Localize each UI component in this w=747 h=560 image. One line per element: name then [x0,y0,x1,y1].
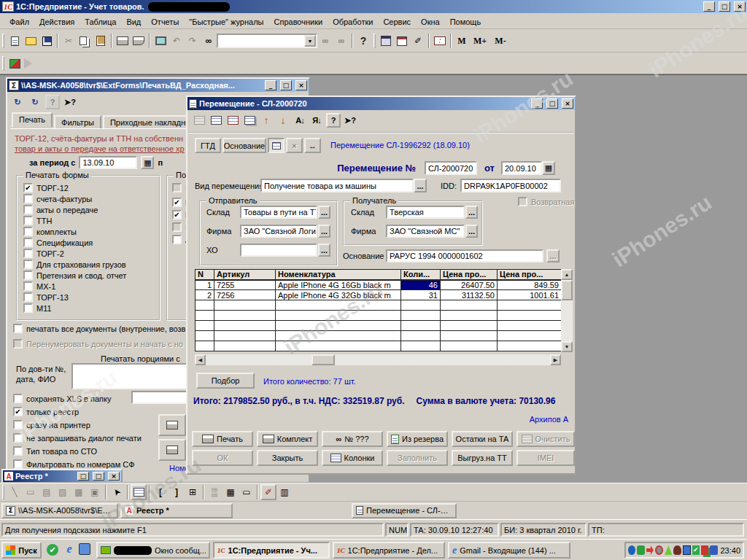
checkbox-mx1[interactable] [23,281,33,291]
toolbar-grip-3[interactable] [2,56,4,71]
toolbar-grip-2[interactable] [374,34,376,48]
upload-tt-button[interactable]: Выгруз.на ТТ [452,450,513,466]
duplicate-row-icon[interactable] [242,113,257,128]
tray-icon-2[interactable] [637,545,644,555]
number-search-button[interactable]: ∞№ ??? [322,431,383,447]
checkbox-torg13[interactable] [23,292,33,302]
tray-icon-10[interactable] [710,545,717,555]
receiver-sklad-select-button[interactable]: ... [465,206,478,219]
checkbox-specification[interactable] [23,238,33,247]
tray-icon-4[interactable] [655,545,663,555]
checkbox-all-docs[interactable] [13,324,23,333]
sort-desc-icon[interactable]: Я↓ [309,113,324,128]
ok-button[interactable]: ОК [192,450,253,466]
new-row-icon[interactable] [192,113,206,128]
menu-actions[interactable]: Действия [34,16,80,28]
sender-firma-field[interactable]: ЗАО "Связной Логи [240,225,317,238]
rectangle-tool-icon[interactable]: ▭ [23,484,39,500]
cursor-tool-icon[interactable]: ➤ [106,481,128,504]
checkbox-mezhfirm[interactable]: ✔ [172,198,182,207]
window-tab-reestr[interactable]: A Реестр * [120,503,233,518]
columns-button[interactable]: Колонки [322,450,383,466]
close-doc-button[interactable]: Закрыть [257,450,318,466]
menu-windows[interactable]: Окна [416,16,445,28]
tray-icon-9[interactable] [701,545,708,555]
window-tab-transfer[interactable]: Перемещение - СЛ-2000720 [352,503,457,518]
col-qty[interactable]: Коли... [401,270,441,280]
fit-width-button[interactable]: ↔ [304,138,321,153]
from-reserve-button[interactable]: Из резерва [387,431,448,447]
cell-price1[interactable]: 26407.50 [441,280,498,290]
no-draw-icon[interactable]: ✐ [260,484,276,500]
ruler-icon[interactable]: ▭ [239,484,255,500]
col-price1[interactable]: Цена про... [441,270,498,280]
print-button-small-2[interactable] [158,439,186,461]
tray-icon-6[interactable] [673,545,681,555]
osn-select-button[interactable]: ... [546,249,560,262]
start-button[interactable]: Пуск [1,542,42,559]
find-next-icon[interactable]: ∞ [317,33,333,49]
scroll-right-icon[interactable]: ▶ [550,354,561,365]
receiver-firma-field[interactable]: ЗАО "Связной МС" [386,225,465,238]
open-bracket-icon[interactable]: [ [152,484,169,500]
undo-icon[interactable]: ↶ [169,33,185,49]
book-icon[interactable] [432,33,448,49]
author-link[interactable]: Архипов А [465,415,568,424]
calendar-icon[interactable] [394,33,410,49]
checkbox-peremesh[interactable]: ✔ [172,210,182,219]
period-from-field[interactable]: 13.09.10 [79,156,137,169]
reread-icon[interactable]: ↻ [28,95,42,109]
help-icon[interactable]: ? [355,33,371,49]
transfer-describe-icon[interactable]: ? [326,113,341,128]
close-button[interactable]: × [734,1,746,12]
cell-nomenclature[interactable]: Apple IPhone 4G 16Gb black m [276,280,401,290]
open-icon[interactable] [23,33,39,49]
refresh-icon[interactable]: ↻ [10,95,25,109]
scroll-left-icon[interactable]: ◀ [195,354,206,365]
quicklaunch-antivirus-icon[interactable]: ✔ [47,544,58,556]
cell-qty[interactable]: 31 [401,290,441,300]
combobox-dropdown-icon[interactable]: ▼ [304,35,316,47]
merge-cells-icon[interactable]: ⊞ [185,484,201,500]
checkbox-direct-print[interactable] [13,420,23,429]
kind-field[interactable]: Получение товара из машины [260,179,414,192]
reestr-restore-button[interactable]: □ [77,472,89,481]
memory-plus-button[interactable]: M+ [470,33,490,49]
receiver-firma-select-button[interactable]: ... [465,225,478,238]
sender-firma-select-button[interactable]: ... [318,225,330,238]
close-bracket-icon[interactable]: ] [169,484,185,500]
doc-number-field[interactable]: СЛ-2000720 [425,161,477,175]
tab-print[interactable]: Печать [12,112,53,127]
save-icon[interactable] [39,33,55,49]
sender-sklad-select-button[interactable]: ... [318,206,330,219]
print-button[interactable]: Печать [192,431,253,447]
reestr-close-button[interactable]: × [108,472,120,481]
transfer-close-button[interactable]: × [562,98,573,109]
table-hscrollbar[interactable]: ◀ ▶ [195,354,561,365]
kind-select-button[interactable]: ... [414,179,427,192]
redo-icon[interactable]: ↷ [185,33,201,49]
menu-reports[interactable]: Отчеты [146,16,184,28]
checkbox-invoices[interactable] [23,194,33,203]
table-row[interactable]: 2 7256 Apple IPhone 4G 32Gb black m 31 3… [196,290,562,300]
col-price2[interactable]: Цена про... [498,270,562,280]
task-message-window[interactable]: Окно сообщ... [96,542,210,559]
col-nomenclature[interactable]: Номенклатура [276,270,401,280]
task-gmail[interactable]: e Gmail - Входящие (144) ... [448,542,570,559]
cell-price2[interactable]: 1001.61 [498,290,562,300]
table-row-empty[interactable] [196,300,562,311]
tray-icon-3[interactable] [646,545,654,555]
table-row-empty[interactable] [196,341,562,351]
checkbox-rasxodnye[interactable] [172,183,182,192]
line-tool-icon[interactable]: ╲ [7,484,23,500]
delete-row-icon[interactable] [225,113,240,128]
base-button[interactable]: Основание [222,138,266,153]
menu-table[interactable]: Таблица [80,16,121,28]
process-icon[interactable]: ✐ [410,33,426,49]
imei-button[interactable]: IMEI [516,450,575,466]
print-maximize-button[interactable]: □ [280,80,292,90]
tray-icon-1[interactable] [628,545,635,555]
cell-fill-icon[interactable] [131,484,147,500]
fill-button[interactable]: Заполнить [387,450,448,466]
checkbox-claim-report[interactable] [23,271,33,280]
